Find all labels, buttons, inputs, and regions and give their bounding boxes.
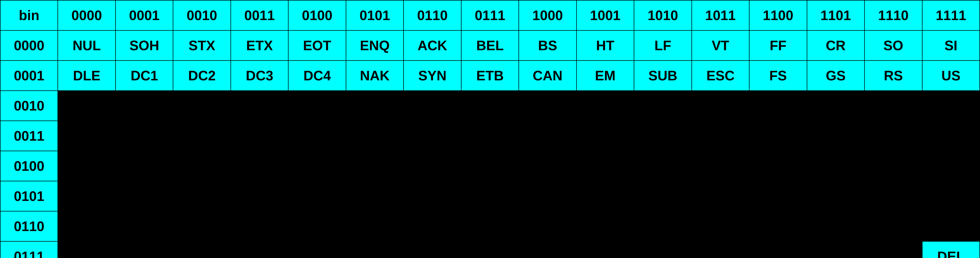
cell-0111-13 xyxy=(807,241,864,258)
cell-0110-13 xyxy=(807,211,864,241)
cell-0101-1 xyxy=(116,181,173,211)
cell-0001-7: ETB xyxy=(461,61,519,91)
cell-0000-11: VT xyxy=(692,30,749,61)
cell-0011-6 xyxy=(404,121,461,151)
column-header-row: bin0000000100100011010001010110011110001… xyxy=(0,0,980,30)
cell-0000-10: LF xyxy=(634,30,692,61)
cell-0001-10: SUB xyxy=(634,61,692,91)
cell-0100-9 xyxy=(576,151,634,181)
cell-0101-4 xyxy=(288,181,346,211)
cell-0001-1: DC1 xyxy=(116,61,173,91)
cell-0110-12 xyxy=(749,211,807,241)
cell-0101-7 xyxy=(461,181,519,211)
cell-0010-3 xyxy=(231,91,288,121)
col-header-0100: 0100 xyxy=(288,0,346,30)
row-header-0011: 0011 xyxy=(0,121,58,151)
cell-0101-5 xyxy=(346,181,404,211)
cell-0010-0 xyxy=(58,91,115,121)
cell-0101-14 xyxy=(864,181,922,211)
row-header-0001: 0001 xyxy=(0,61,58,91)
cell-0111-8 xyxy=(519,241,576,258)
col-header-1110: 1110 xyxy=(864,0,922,30)
col-header-0011: 0011 xyxy=(231,0,288,30)
cell-0100-7 xyxy=(461,151,519,181)
cell-0010-7 xyxy=(461,91,519,121)
cell-0111-1 xyxy=(116,241,173,258)
cell-0110-6 xyxy=(404,211,461,241)
cell-0110-3 xyxy=(231,211,288,241)
cell-0110-7 xyxy=(461,211,519,241)
col-header-1100: 1100 xyxy=(749,0,807,30)
cell-0000-8: BS xyxy=(519,30,576,61)
cell-0110-0 xyxy=(58,211,115,241)
cell-0111-5 xyxy=(346,241,404,258)
cell-0001-2: DC2 xyxy=(173,61,231,91)
cell-0011-11 xyxy=(692,121,749,151)
cell-0100-15 xyxy=(922,151,980,181)
cell-0101-6 xyxy=(404,181,461,211)
cell-0000-14: SO xyxy=(864,30,922,61)
cell-0101-3 xyxy=(231,181,288,211)
cell-0111-15: DEL xyxy=(922,241,980,258)
cell-0010-10 xyxy=(634,91,692,121)
cell-0111-4 xyxy=(288,241,346,258)
cell-0010-15 xyxy=(922,91,980,121)
cell-0001-12: FS xyxy=(749,61,807,91)
cell-0110-5 xyxy=(346,211,404,241)
cell-0100-11 xyxy=(692,151,749,181)
cell-0011-2 xyxy=(173,121,231,151)
col-header-0111: 0111 xyxy=(461,0,519,30)
cell-0101-0 xyxy=(58,181,115,211)
cell-0011-13 xyxy=(807,121,864,151)
cell-0010-9 xyxy=(576,91,634,121)
cell-0010-6 xyxy=(404,91,461,121)
cell-0110-10 xyxy=(634,211,692,241)
table-row-0110: 0110 xyxy=(0,211,980,241)
cell-0110-15 xyxy=(922,211,980,241)
cell-0100-6 xyxy=(404,151,461,181)
cell-0101-8 xyxy=(519,181,576,211)
cell-0101-12 xyxy=(749,181,807,211)
cell-0100-5 xyxy=(346,151,404,181)
cell-0101-15 xyxy=(922,181,980,211)
col-header-1000: 1000 xyxy=(519,0,576,30)
cell-0011-7 xyxy=(461,121,519,151)
cell-0010-13 xyxy=(807,91,864,121)
cell-0111-9 xyxy=(576,241,634,258)
cell-0111-12 xyxy=(749,241,807,258)
cell-0010-1 xyxy=(116,91,173,121)
cell-0000-9: HT xyxy=(576,30,634,61)
row-header-0101: 0101 xyxy=(0,181,58,211)
row-header-0010: 0010 xyxy=(0,91,58,121)
table-row-0111: 0111DEL xyxy=(0,241,980,258)
cell-0011-14 xyxy=(864,121,922,151)
cell-0001-9: EM xyxy=(576,61,634,91)
cell-0010-4 xyxy=(288,91,346,121)
cell-0100-0 xyxy=(58,151,115,181)
ascii-table: bin0000000100100011010001010110011110001… xyxy=(0,0,980,258)
cell-0110-14 xyxy=(864,211,922,241)
table-row-0010: 0010 xyxy=(0,91,980,121)
cell-0000-5: ENQ xyxy=(346,30,404,61)
cell-0001-3: DC3 xyxy=(231,61,288,91)
cell-0101-11 xyxy=(692,181,749,211)
cell-0011-0 xyxy=(58,121,115,151)
cell-0000-6: ACK xyxy=(404,30,461,61)
col-header-0001: 0001 xyxy=(116,0,173,30)
cell-0011-3 xyxy=(231,121,288,151)
cell-0100-10 xyxy=(634,151,692,181)
cell-0011-4 xyxy=(288,121,346,151)
table-row-0001: 0001DLEDC1DC2DC3DC4NAKSYNETBCANEMSUBESCF… xyxy=(0,61,980,91)
cell-0111-0 xyxy=(58,241,115,258)
cell-0011-1 xyxy=(116,121,173,151)
row-header-0000: 0000 xyxy=(0,30,58,61)
col-header-1010: 1010 xyxy=(634,0,692,30)
cell-0011-9 xyxy=(576,121,634,151)
cell-0111-14 xyxy=(864,241,922,258)
cell-0011-15 xyxy=(922,121,980,151)
cell-0000-1: SOH xyxy=(116,30,173,61)
cell-0101-2 xyxy=(173,181,231,211)
cell-0010-12 xyxy=(749,91,807,121)
cell-0110-2 xyxy=(173,211,231,241)
cell-0010-11 xyxy=(692,91,749,121)
